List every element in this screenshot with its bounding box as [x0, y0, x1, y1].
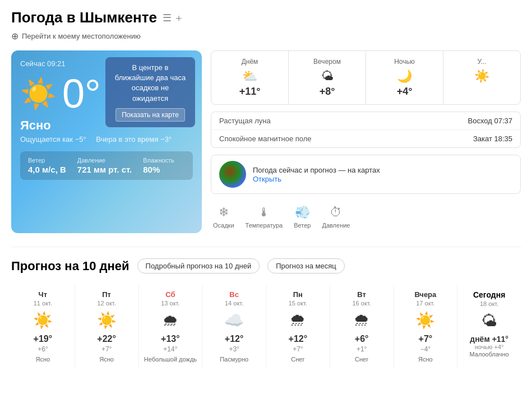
period-item: Днём ⛅ +11°: [211, 51, 289, 104]
list-icon[interactable]: ☰: [163, 12, 172, 24]
day-low: ночью +4°: [462, 344, 516, 350]
day-name: Сб: [144, 290, 198, 299]
day-periods: Днём ⛅ +11°Вечером 🌤 +8°Ночью 🌙 +4°У... …: [211, 50, 521, 105]
day-date: 17 окт.: [399, 300, 453, 307]
day-high: +13°: [144, 334, 198, 344]
period-icon: ☀️: [448, 69, 516, 84]
info-row: Растущая луна Восход 07:37: [211, 112, 520, 130]
forecast-header: Прогноз на 10 дней Подробный прогноз на …: [11, 258, 521, 274]
day-desc: Пасмурно: [207, 355, 261, 363]
period-item: У... ☀️: [443, 51, 520, 104]
weather-icon-item[interactable]: 🌡 Температура: [246, 205, 283, 229]
humidity-stat: Влажность 80%: [143, 157, 174, 174]
info-row: Спокойное магнитное поле Закат 18:35: [211, 130, 520, 147]
day-weather-icon: 🌨: [335, 311, 389, 330]
day-weather-icon: 🌤: [462, 312, 516, 330]
day-date: 13 окт.: [144, 300, 198, 307]
day-high: +22°: [80, 334, 134, 344]
map-promo-link[interactable]: Открыть: [253, 175, 281, 183]
show-on-map-button[interactable]: Показать на карте: [115, 108, 185, 122]
humidity-value: 80%: [143, 165, 174, 174]
pressure-label: Давление: [77, 157, 132, 164]
day-high: днём +11°: [462, 335, 516, 344]
day-desc: Снег: [271, 355, 325, 363]
main-page: Погода в Шымкенте ☰ ＋ ⊕ Перейти к моему …: [0, 0, 532, 378]
period-label: Днём: [216, 58, 284, 66]
day-weather-icon: 🌨: [271, 311, 325, 330]
pressure-stat: Давление 721 мм рт. ст.: [77, 157, 132, 174]
day-date: 15 окт.: [271, 300, 325, 307]
period-temp: +11°: [216, 86, 284, 98]
day-card[interactable]: Вс 14 окт. ☁️ +12° +3° Пасмурно: [202, 285, 266, 369]
day-weather-icon: ☁️: [207, 311, 261, 330]
info-table: Растущая луна Восход 07:37Спокойное магн…: [211, 112, 521, 148]
day-low: +1°: [335, 345, 389, 353]
monthly-forecast-button[interactable]: Прогноз на месяц: [267, 258, 345, 274]
page-title: Погода в Шымкенте: [11, 9, 157, 26]
day-date: 12 окт.: [80, 300, 134, 307]
day-desc: Небольшой дождь: [144, 355, 198, 363]
current-stats: Ветер 4,0 м/с, В Давление 721 мм рт. ст.…: [20, 151, 193, 180]
day-name: Вс: [207, 290, 261, 299]
day-card[interactable]: Пн 15 окт. 🌨 +12° +7° Снег: [266, 285, 330, 369]
weather-icons-row: ❄ Осадки🌡 Температура💨 Ветер⏱ Давление: [211, 201, 521, 233]
pressure-value: 721 мм рт. ст.: [77, 165, 132, 174]
day-card[interactable]: Вчера 17 окт. ☀️ +7° −4° Ясно: [394, 285, 458, 369]
day-low: +14°: [144, 345, 198, 353]
weather-category-icon: ❄: [219, 205, 229, 220]
day-high: +19°: [16, 334, 70, 344]
current-temp: 0°: [62, 73, 101, 114]
add-icon[interactable]: ＋: [174, 11, 184, 25]
current-weather-card: Сейчас 09:21 ☀️ 0° Ясно Ощущается как −5…: [11, 50, 202, 233]
info-val: Восход 07:37: [468, 117, 512, 125]
day-card[interactable]: Сегодня 18 окт. 🌤 днём +11° ночью +4° Ма…: [457, 285, 521, 369]
day-weather-icon: ☀️: [399, 311, 453, 330]
info-val: Закат 18:35: [473, 135, 512, 143]
day-card[interactable]: Чт 11 окт. ☀️ +19° +6° Ясно: [11, 285, 75, 369]
period-item: Ночью 🌙 +4°: [366, 51, 443, 104]
humidity-label: Влажность: [143, 157, 174, 164]
day-high: +6°: [335, 334, 389, 344]
weather-icon-item[interactable]: ⏱ Давление: [322, 205, 350, 229]
day-card[interactable]: Пт 12 окт. ☀️ +22° +7° Ясно: [75, 285, 139, 369]
weather-icon-item[interactable]: 💨 Ветер: [294, 205, 311, 229]
weather-category-label: Ветер: [294, 222, 311, 229]
detailed-forecast-button[interactable]: Подробный прогноз на 10 дней: [137, 258, 260, 274]
day-desc: Малооблачно: [462, 350, 516, 358]
day-name: Пн: [271, 290, 325, 299]
day-card[interactable]: Вт 16 окт. 🌨 +6° +1° Снег: [330, 285, 394, 369]
weather-category-icon: ⏱: [330, 205, 342, 220]
weather-icon-item[interactable]: ❄ Осадки: [213, 205, 234, 229]
weather-category-icon: 💨: [295, 205, 310, 220]
title-row: Погода в Шымкенте ☰ ＋: [11, 9, 521, 26]
day-desc: Ясно: [399, 355, 453, 363]
day-weather-icon: ☀️: [80, 311, 134, 330]
day-weather-icon: 🌧: [144, 311, 198, 330]
wind-value: 4,0 м/с, В: [28, 165, 66, 174]
day-name: Вт: [335, 290, 389, 299]
day-low: −4°: [399, 345, 453, 353]
forecast-title: Прогноз на 10 дней: [11, 259, 129, 274]
period-label: Вечером: [293, 58, 361, 66]
day-cards: Чт 11 окт. ☀️ +19° +6° ЯсноПт 12 окт. ☀️…: [11, 285, 521, 369]
day-name: Чт: [16, 290, 70, 299]
day-high: +7°: [399, 334, 453, 344]
day-name: Сегодня: [462, 290, 516, 299]
day-low: +7°: [271, 345, 325, 353]
feels-like-text: Ощущается как −5°: [20, 135, 86, 143]
weather-category-label: Температура: [246, 222, 283, 229]
day-date: 16 окт.: [335, 300, 389, 307]
period-icon: ⛅: [216, 69, 284, 84]
period-icon: 🌤: [293, 69, 361, 84]
map-promo: Погода сейчас и прогноз — на картах Откр…: [211, 155, 521, 194]
day-weather-icon: ☀️: [16, 311, 70, 330]
period-icon: 🌙: [371, 69, 438, 84]
period-item: Вечером 🌤 +8°: [289, 51, 366, 104]
weather-category-icon: 🌡: [258, 205, 270, 220]
day-high: +12°: [207, 334, 261, 344]
day-card[interactable]: Сб 13 окт. 🌧 +13° +14° Небольшой дождь: [139, 285, 203, 369]
day-low: +6°: [16, 345, 70, 353]
yesterday-text: Вчера в это время −3°: [96, 135, 172, 143]
location-link[interactable]: ⊕ Перейти к моему местоположению: [11, 31, 521, 41]
location-link-text: Перейти к моему местоположению: [22, 32, 141, 40]
